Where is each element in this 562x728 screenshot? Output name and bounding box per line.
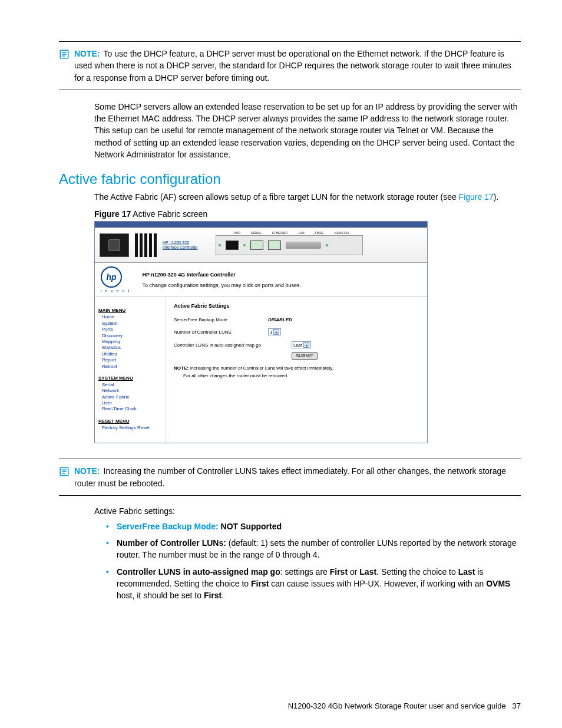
note-body: To use the DHCP feature, a DHCP server m… xyxy=(74,49,511,83)
ss-rack-diagram: PWR SERIAL ETHERNET LAN FIBRE N1200-320 xyxy=(216,235,363,255)
note-label: NOTE: xyxy=(74,49,100,58)
intro-a: The Active Fabric (AF) screen allows set… xyxy=(94,192,459,202)
menu-user[interactable]: User xyxy=(102,400,161,406)
ss-sidebar: MAIN MENU Home System Ports Discovery Ma… xyxy=(95,297,166,443)
luns-select[interactable]: 1 ▾ xyxy=(268,328,281,335)
figure-label: Figure 17 xyxy=(94,209,131,219)
ss-note-bold: NOTE: xyxy=(174,365,189,371)
menu-title-system: SYSTEM MENU xyxy=(98,375,161,381)
note-block-luns: NOTE:Increasing the number of Controller… xyxy=(59,465,521,489)
note-body: Increasing the number of Controller LUNS… xyxy=(74,466,506,487)
menu-reboot[interactable]: Reboot xyxy=(102,364,161,370)
figure-link[interactable]: Figure 17 xyxy=(459,192,494,202)
note-block-dhcp: NOTE:To use the DHCP feature, a DHCP ser… xyxy=(59,48,521,84)
ss-banner: HP n1200-320Interface Controller PWR SER… xyxy=(95,228,427,263)
b1-value: NOT Supported xyxy=(219,522,282,531)
menu-report[interactable]: Report xyxy=(102,357,161,363)
b3-label: Controller LUNS in auto-assigned map go xyxy=(117,567,280,577)
menu-discovery[interactable]: Discovery xyxy=(102,333,161,339)
ss-note2: For all other changes the router must be… xyxy=(174,373,419,378)
note-icon xyxy=(59,49,70,60)
section-intro: The Active Fabric (AF) screen allows set… xyxy=(94,191,521,203)
luns-select-value: 1 xyxy=(270,330,272,335)
figure-caption: Figure 17 Active Fabric screen xyxy=(94,209,521,219)
menu-factory-reset[interactable]: Factory Settings Reset xyxy=(102,425,161,431)
ss-content-title: Active Fabric Settings xyxy=(174,303,419,309)
b1-label: ServerFree Backup Mode: xyxy=(117,522,219,531)
b2-label: Number of Controller LUNs: xyxy=(117,538,226,548)
note-text: NOTE:To use the DHCP feature, a DHCP ser… xyxy=(74,48,521,84)
bullet-luns: Number of Controller LUNs: (default: 1) … xyxy=(106,537,521,561)
ss-window-bar xyxy=(95,222,427,228)
settings-intro: Active Fabric settings: xyxy=(94,506,521,516)
menu-active-fabric[interactable]: Active Fabric xyxy=(102,394,161,400)
settings-list: ServerFree Backup Mode: NOT Supported Nu… xyxy=(106,521,521,602)
ss-header-row: hp i n v e n t HP n1200-320 4G Interface… xyxy=(95,263,427,297)
note-label: NOTE: xyxy=(74,466,100,476)
ss-note: NOTE: Increasing the number of Controlle… xyxy=(174,365,419,371)
mapgo-select[interactable]: Last ▾ xyxy=(292,341,311,348)
note-text: NOTE:Increasing the number of Controller… xyxy=(74,465,521,489)
ss-bars xyxy=(135,233,157,257)
paragraph-dhcp-lease: Some DHCP servers allow an extended leas… xyxy=(94,101,521,160)
menu-network[interactable]: Network xyxy=(102,388,161,394)
chevron-down-icon: ▾ xyxy=(273,329,279,335)
ss-product-sub: To change configuration settings, you ma… xyxy=(142,282,301,288)
section-title: Active fabric configuration xyxy=(59,171,521,187)
menu-ports[interactable]: Ports xyxy=(102,327,161,332)
row-serverfree-label: ServerFree Backup Mode xyxy=(174,317,268,322)
ss-content: Active Fabric Settings ServerFree Backup… xyxy=(166,297,427,443)
hp-logo-icon: hp xyxy=(101,266,122,288)
row-luns-label: Number of Controller LUNS xyxy=(174,330,268,335)
bullet-mapgo: Controller LUNS in auto-assigned map go:… xyxy=(106,566,521,602)
intro-b: ). xyxy=(494,192,499,202)
ss-device-thumb xyxy=(100,233,129,257)
note-icon xyxy=(59,466,70,477)
menu-title-reset: RESET MENU xyxy=(98,419,161,424)
mapgo-select-value: Last xyxy=(293,342,302,348)
footer-text: N1200-320 4Gb Network Storage Router use… xyxy=(288,701,506,710)
menu-mapping[interactable]: Mapping xyxy=(102,339,161,345)
footer-page: 37 xyxy=(513,701,521,710)
menu-system[interactable]: System xyxy=(102,321,161,327)
menu-home[interactable]: Home xyxy=(102,314,161,320)
menu-real-time-clock[interactable]: Real-Time Clock xyxy=(102,406,161,412)
ss-banner-labels: HP n1200-320Interface Controller xyxy=(163,241,198,249)
ss-note-rest: Increasing the number of Controller Luns… xyxy=(189,365,333,371)
chevron-down-icon: ▾ xyxy=(303,342,309,348)
page-footer: N1200-320 4Gb Network Storage Router use… xyxy=(288,701,521,710)
figure-text: Active Fabric screen xyxy=(131,209,207,219)
submit-button[interactable]: SUBMIT xyxy=(292,352,318,360)
figure-screenshot: HP n1200-320Interface Controller PWR SER… xyxy=(94,221,428,443)
menu-statistics[interactable]: Statistics xyxy=(102,345,161,351)
ss-product-title: HP n1200-320 4G Interface Controller xyxy=(142,272,301,278)
menu-serial[interactable]: Serial xyxy=(102,382,161,388)
row-serverfree-value: DISABLED xyxy=(268,317,292,322)
bullet-serverfree: ServerFree Backup Mode: NOT Supported xyxy=(106,521,521,532)
row-mapgo-label: Controller LUNS in auto-assigned map go xyxy=(174,342,292,348)
menu-utilities[interactable]: Utilities xyxy=(102,351,161,357)
menu-title-main: MAIN MENU xyxy=(98,308,161,313)
hp-invent-text: i n v e n t xyxy=(101,289,130,293)
